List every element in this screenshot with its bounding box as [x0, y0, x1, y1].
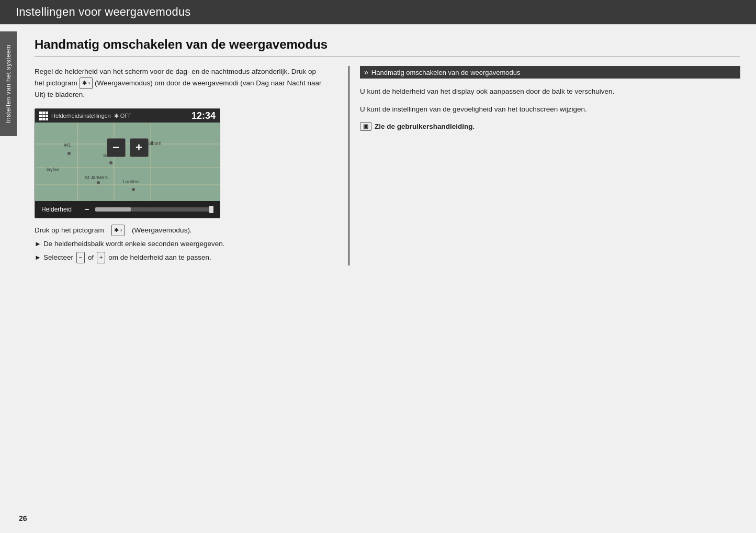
right-para1: U kunt de helderheid van het display ook…	[360, 86, 740, 97]
grid-icon	[39, 112, 48, 120]
map-topbar-left: Helderheidsinstellingen ✱ OFF	[39, 112, 132, 120]
helderheid-fill	[95, 207, 131, 212]
step-intro: Druk op het pictogram ✱ › (Weergavemodus…	[35, 225, 328, 236]
step2-arrow: ►	[35, 252, 41, 263]
map-title: Helderheidsinstellingen	[51, 113, 111, 119]
minus-button[interactable]: −	[107, 138, 126, 157]
left-column: Regel de helderheid van het scherm voor …	[35, 66, 328, 265]
page-number: 26	[19, 514, 27, 523]
helderheid-minus: −	[84, 205, 89, 214]
step1: ► De helderheidsbalk wordt enkele second…	[35, 238, 328, 250]
map-body: W1 Soho layfair St James's Holborn Londe…	[35, 123, 220, 201]
map-label-w1: W1	[64, 142, 71, 148]
helderheid-thumb	[209, 206, 213, 213]
step-icon: ✱ ›	[111, 225, 125, 236]
map-label-londen: Londen	[123, 179, 139, 184]
helderheid-label: Helderheid	[41, 206, 78, 213]
map-bottombar: Helderheid −	[35, 201, 220, 218]
step2-text: Selecteer − of + om de helderheid aan te…	[43, 252, 328, 263]
see-manual: ▣ Zie de gebruikershandleiding.	[360, 122, 740, 131]
helderheid-bar[interactable]	[95, 207, 213, 212]
right-column: » Handmatig omschakelen van de weergavem…	[348, 66, 740, 265]
step2: ► Selecteer − of + om de helderheid aan …	[35, 252, 328, 263]
page-header: Instellingen voor weergavemodus	[0, 0, 756, 25]
plus-icon-box: +	[97, 252, 105, 263]
map-label-mayfair: layfair	[47, 167, 59, 172]
section-heading: Handmatig omschakelen van de weergavemod…	[35, 37, 740, 57]
minus-icon-box: −	[76, 252, 85, 263]
map-topbar-icons: ✱ OFF	[114, 113, 132, 119]
step1-text: De helderheidsbalk wordt enkele seconden…	[43, 238, 328, 250]
intro-paragraph: Regel de helderheid van het scherm voor …	[35, 66, 328, 100]
map-label-stjames: St James's	[85, 175, 108, 180]
brightness-controls: − +	[107, 138, 149, 157]
steps-block: Druk op het pictogram ✱ › (Weergavemodus…	[35, 225, 328, 263]
step1-arrow: ►	[35, 239, 41, 250]
sidebar-label: Instellen van het systeem	[0, 31, 17, 136]
map-time: 12:34	[191, 110, 216, 121]
map-topbar: Helderheidsinstellingen ✱ OFF 12:34	[35, 109, 220, 123]
right-para2: U kunt de instellingen van de gevoelighe…	[360, 104, 740, 115]
right-heading: » Handmatig omschakelen van de weergavem…	[360, 66, 740, 79]
header-title: Instellingen voor weergavemodus	[16, 5, 191, 18]
two-column-layout: Regel de helderheid van het scherm voor …	[35, 66, 740, 265]
see-manual-text: Zie de gebruikershandleiding.	[375, 123, 475, 130]
right-heading-icon: »	[364, 68, 368, 76]
plus-button[interactable]: +	[130, 138, 149, 157]
weergavemodus-icon-inline: ✱ ›	[80, 77, 93, 89]
map-screenshot: Helderheidsinstellingen ✱ OFF 12:34 W1	[35, 108, 220, 218]
right-heading-text: Handmatig omschakelen van de weergavemod…	[371, 69, 521, 76]
main-content: Handmatig omschakelen van de weergavemod…	[19, 25, 756, 281]
manual-icon: ▣	[360, 122, 371, 131]
